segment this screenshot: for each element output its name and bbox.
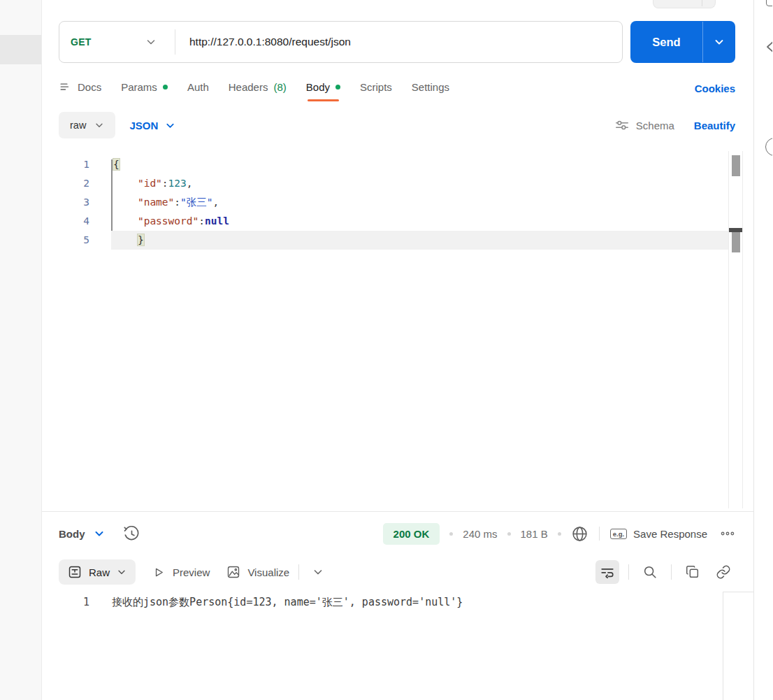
url-input[interactable]: http://127.0.0.1:8080/request/json: [175, 36, 351, 48]
cookies-link[interactable]: Cookies: [695, 83, 735, 99]
view-raw-dropdown[interactable]: Raw: [59, 559, 136, 585]
response-pane-dropdown[interactable]: Body: [59, 528, 105, 540]
save-response-label: Save Response: [633, 528, 707, 540]
send-button[interactable]: Send: [630, 21, 735, 63]
schema-button[interactable]: Schema: [614, 117, 674, 133]
code-line: 3 "name":"张三",: [42, 193, 753, 212]
sidebar-selected-item[interactable]: [0, 35, 41, 64]
editor-scrollbar-marker[interactable]: [732, 232, 740, 252]
code-line: 4 "password":null: [42, 212, 753, 231]
chevron-down-icon: [94, 120, 104, 130]
copy-icon: [685, 564, 700, 580]
response-history-button[interactable]: [123, 525, 140, 543]
chevron-down-icon: [312, 566, 324, 578]
tab-headers[interactable]: Headers(8): [229, 81, 287, 100]
chevron-down-icon: [117, 567, 127, 577]
tabs-container: DocsParamsAuthHeaders(8)BodyScriptsSetti…: [59, 80, 469, 101]
line-number: 5: [42, 231, 89, 250]
meta-separator-dot: [449, 532, 453, 536]
code-lines: 1{2 "id":123,3 "name":"张三",4 "password":…: [42, 151, 753, 250]
wrap-text-button[interactable]: [595, 560, 619, 584]
response-meta: 200 OK 240 ms 181 B e.g. Save Response: [383, 523, 735, 545]
copy-button[interactable]: [681, 560, 705, 584]
code-line: 2 "id":123,: [42, 174, 753, 193]
response-body[interactable]: 1接收的json参数Person{id=123, name='张三', pass…: [42, 592, 753, 700]
tab-label: Headers: [229, 81, 268, 93]
send-options-caret[interactable]: [703, 21, 735, 63]
method-dropdown[interactable]: GET: [59, 22, 175, 62]
line-content: "id":123,: [113, 174, 193, 193]
line-content: "name":"张三",: [113, 193, 219, 212]
view-preview-label: Preview: [173, 566, 210, 578]
chevron-down-icon: [94, 528, 105, 539]
line-content: "password":null: [113, 212, 229, 231]
line-content: }: [113, 231, 144, 250]
tab-body[interactable]: Body: [306, 81, 340, 100]
rail-help-icon[interactable]: [765, 138, 772, 156]
response-line-text: 接收的json参数Person{id=123, name='张三', passw…: [112, 592, 463, 613]
tab-auth[interactable]: Auth: [187, 81, 209, 100]
view-preview-button[interactable]: Preview: [152, 566, 210, 579]
request-body-editor[interactable]: 1{2 "id":123,3 "name":"张三",4 "password":…: [42, 151, 753, 511]
request-tabs: DocsParamsAuthHeaders(8)BodyScriptsSetti…: [59, 78, 735, 102]
line-number: 4: [42, 212, 89, 231]
method-label: GET: [71, 36, 92, 48]
network-globe-icon[interactable]: [571, 525, 588, 543]
request-url-row: GET http://127.0.0.1:8080/request/json S…: [59, 21, 735, 63]
response-scroll-edge-top: [723, 592, 753, 592]
view-visualize-button[interactable]: Visualize: [226, 565, 289, 579]
response-tools: [595, 560, 735, 584]
tab-label: Scripts: [360, 81, 392, 93]
url-field: GET http://127.0.0.1:8080/request/json: [59, 21, 623, 63]
line-number: 1: [42, 155, 89, 174]
meta-separator-dot: [507, 532, 511, 536]
response-toolbar: Raw Preview Visualize: [59, 558, 735, 586]
line-content: {: [113, 155, 120, 174]
toolbar-divider: [671, 564, 672, 580]
chevron-down-icon: [145, 36, 157, 48]
search-button[interactable]: [638, 560, 662, 584]
view-visualize-label: Visualize: [247, 566, 289, 578]
more-options-button[interactable]: [720, 526, 735, 541]
tab-count-badge: (8): [273, 81, 286, 93]
response-pane-label: Body: [59, 528, 85, 540]
link-button[interactable]: [711, 560, 735, 584]
history-icon: [123, 525, 140, 543]
response-scroll-edge: [723, 592, 723, 700]
top-split-button-partial[interactable]: [653, 0, 716, 8]
save-response-button[interactable]: e.g. Save Response: [610, 528, 707, 540]
chevron-left-icon[interactable]: [764, 38, 772, 55]
left-sidebar-strip: [0, 0, 42, 700]
editor-scrollbar[interactable]: [728, 151, 743, 508]
tab-label: Params: [121, 81, 157, 93]
schema-label: Schema: [636, 120, 674, 131]
editor-scrollbar-thumb[interactable]: [732, 155, 740, 176]
beautify-button[interactable]: Beautify: [694, 120, 735, 131]
main-panel: GET http://127.0.0.1:8080/request/json S…: [42, 0, 754, 700]
line-number: 2: [42, 174, 89, 193]
status-badge: 200 OK: [383, 523, 440, 545]
tab-scripts[interactable]: Scripts: [360, 81, 392, 100]
right-rail: [754, 0, 772, 700]
body-format-row: raw JSON Schema Beautify: [59, 109, 735, 141]
tab-label: Settings: [412, 81, 449, 93]
tab-params[interactable]: Params: [121, 81, 168, 100]
tab-modified-dot: [163, 85, 168, 90]
chevron-down-icon: [165, 120, 175, 131]
body-format-label: JSON: [129, 120, 158, 131]
tab-settings[interactable]: Settings: [412, 81, 449, 100]
code-line: 1{: [42, 155, 753, 174]
response-lines: 1接收的json参数Person{id=123, name='张三', pass…: [42, 592, 753, 613]
response-time: 240 ms: [463, 528, 497, 540]
rail-panel-icon[interactable]: [766, 0, 772, 6]
tab-modified-dot: [335, 85, 340, 90]
response-line: 1接收的json参数Person{id=123, name='张三', pass…: [42, 592, 753, 613]
line-number: 1: [42, 592, 89, 613]
body-format-dropdown[interactable]: JSON: [129, 120, 175, 131]
send-button-label[interactable]: Send: [630, 21, 702, 63]
more-views-caret[interactable]: [308, 562, 328, 582]
request-response-divider: [42, 511, 753, 512]
tab-docs[interactable]: Docs: [59, 80, 101, 101]
body-mode-dropdown[interactable]: raw: [59, 112, 115, 138]
raw-text-icon: [68, 565, 82, 579]
